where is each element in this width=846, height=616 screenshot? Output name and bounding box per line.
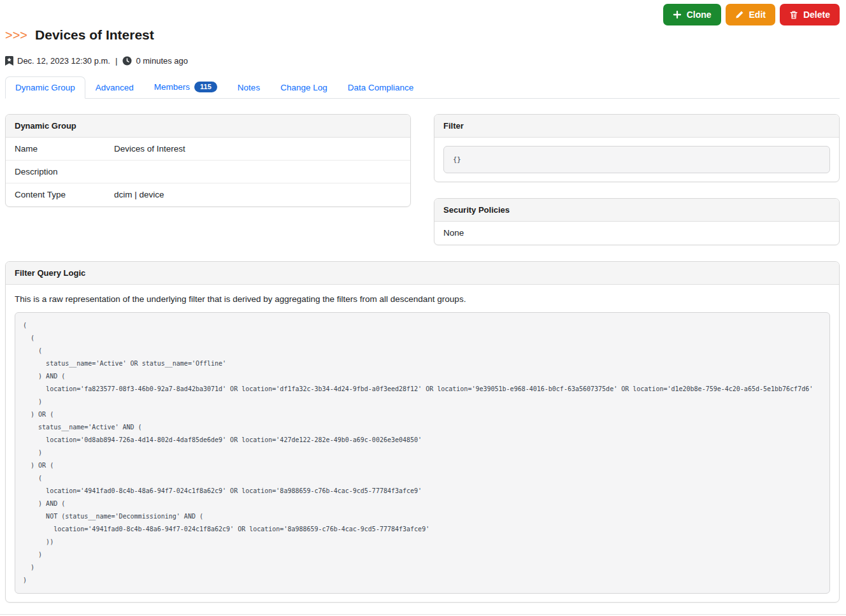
tab-notes[interactable]: Notes (227, 76, 270, 99)
row-value: Devices of Interest (114, 144, 401, 154)
tab-members[interactable]: Members 115 (144, 75, 227, 99)
tab-advanced[interactable]: Advanced (85, 76, 144, 99)
row-label: Name (15, 144, 114, 154)
tab-data-compliance[interactable]: Data Compliance (338, 76, 424, 99)
tab-dynamic-group[interactable]: Dynamic Group (5, 76, 85, 99)
tab-advanced-label: Advanced (96, 83, 134, 92)
tab-data-compliance-label: Data Compliance (348, 83, 414, 92)
clone-button[interactable]: Clone (663, 4, 721, 25)
filter-query-logic-panel: Filter Query Logic This is a raw represe… (5, 261, 840, 603)
row-label: Description (15, 167, 114, 176)
filter-panel-title: Filter (434, 115, 839, 138)
security-policies-value-row: None (434, 222, 839, 245)
pencil-icon (735, 10, 744, 19)
right-column: Filter {} Security Policies None (434, 114, 840, 245)
table-row-content-type: Content Type dcim | device (6, 183, 410, 206)
filter-query-logic-panel-title: Filter Query Logic (6, 262, 839, 285)
left-column: Dynamic Group Name Devices of Interest D… (5, 114, 411, 245)
panels-row: Dynamic Group Name Devices of Interest D… (5, 114, 840, 245)
delete-button[interactable]: Delete (780, 4, 840, 25)
clock-icon (122, 56, 132, 66)
dynamic-group-panel: Dynamic Group Name Devices of Interest D… (5, 114, 411, 207)
delete-button-label: Delete (803, 10, 830, 20)
tab-notes-label: Notes (238, 83, 260, 92)
tab-dynamic-group-label: Dynamic Group (15, 83, 75, 92)
row-value (114, 167, 401, 176)
dynamic-group-panel-title: Dynamic Group (6, 115, 410, 138)
filter-query-logic-description: This is a raw representation of the unde… (15, 294, 830, 304)
filter-query-logic-code: ( ( ( status__name='Active' OR status__n… (15, 312, 830, 594)
security-policies-value: None (443, 228, 464, 238)
last-updated: 0 minutes ago (136, 56, 188, 66)
bookmark-icon (5, 56, 13, 66)
footer-divider (0, 614, 846, 615)
edit-button-label: Edit (749, 10, 766, 20)
breadcrumb-chevrons: >>> (5, 28, 27, 43)
edit-button[interactable]: Edit (726, 4, 775, 25)
table-row-name: Name Devices of Interest (6, 138, 410, 161)
filter-query-logic-body: This is a raw representation of the unde… (6, 285, 839, 602)
clone-button-label: Clone (687, 10, 712, 20)
filter-panel-body: {} (434, 138, 839, 182)
meta-separator: | (115, 56, 117, 66)
dynamic-group-detail-page: Clone Edit Delete >>> Devices of Interes… (0, 0, 846, 616)
tab-change-log-label: Change Log (280, 83, 327, 92)
action-button-bar: Clone Edit Delete (5, 0, 840, 25)
plus-icon (673, 10, 682, 19)
trash-icon (789, 10, 798, 20)
members-count-badge: 115 (194, 82, 217, 92)
saved-date: Dec. 12, 2023 12:30 p.m. (17, 56, 110, 66)
tab-bar: Dynamic Group Advanced Members 115 Notes… (5, 75, 840, 99)
table-row-description: Description (6, 161, 410, 183)
row-label: Content Type (15, 190, 114, 200)
filter-panel: Filter {} (434, 114, 840, 182)
security-policies-panel-title: Security Policies (434, 199, 839, 222)
filter-code: {} (443, 146, 830, 173)
page-title: Devices of Interest (35, 27, 154, 43)
tab-members-label: Members (154, 82, 190, 92)
row-value: dcim | device (114, 190, 401, 200)
security-policies-panel: Security Policies None (434, 198, 840, 245)
meta-row: Dec. 12, 2023 12:30 p.m. | 0 minutes ago (5, 56, 840, 66)
tab-change-log[interactable]: Change Log (270, 76, 338, 99)
title-row: >>> Devices of Interest (5, 27, 840, 43)
